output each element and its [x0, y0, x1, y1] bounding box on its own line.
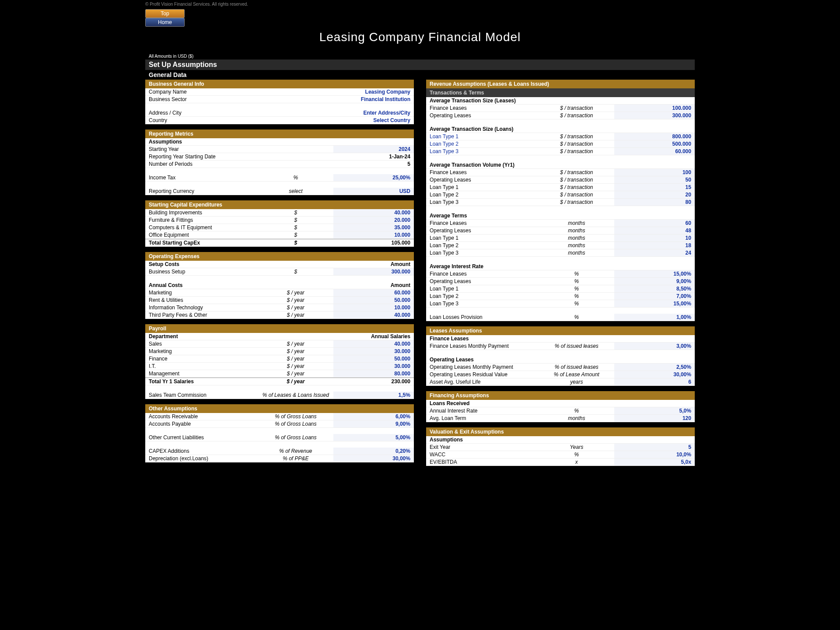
ol-size-input[interactable]: 300.000 — [614, 112, 695, 119]
oe-header: Operating Expenses — [145, 252, 414, 261]
ev-ebitda-input[interactable]: 5,0x — [614, 458, 695, 466]
atv-ol-input[interactable]: 50 — [614, 176, 695, 183]
pr-it-label: I.T. — [145, 363, 258, 370]
rev-header: Revenue Assumptions (Leases & Loans Issu… — [426, 80, 695, 88]
tax-input[interactable]: 25,00% — [333, 174, 414, 181]
flmp-input[interactable]: 3,00% — [614, 343, 695, 350]
llp-input[interactable]: 1,00% — [614, 314, 695, 321]
ol-subheader: Operating Leases — [426, 356, 539, 363]
tp-label: Third Party Fees & Other — [145, 312, 258, 318]
pr-sa-input[interactable]: 40.000 — [333, 340, 414, 347]
air-l3-input[interactable]: 15,00% — [614, 300, 695, 307]
air-l2-input[interactable]: 7,00% — [614, 293, 695, 300]
home-button[interactable]: Home — [145, 18, 185, 27]
air-fl-input[interactable]: 15,00% — [614, 270, 695, 277]
ca-label: CAPEX Additions — [145, 448, 258, 455]
sector-input[interactable]: Financial Institution — [333, 96, 414, 103]
at-l3-input[interactable]: 24 — [614, 249, 695, 256]
address-label: Address / City — [145, 109, 258, 116]
company-input[interactable]: Leasing Company — [333, 88, 414, 95]
aul-input[interactable]: 6 — [614, 378, 695, 385]
exit-year-label: Exit Year — [426, 444, 539, 451]
atv-fl-input[interactable]: 100 — [614, 169, 695, 176]
ev-ebitda-label: EV/EBITDA — [426, 458, 539, 466]
ats-leases-header: Average Transaction Size (Leases) — [426, 97, 539, 104]
at-l2-input[interactable]: 18 — [614, 242, 695, 249]
amount-label: Amount — [333, 261, 414, 268]
reporting-metrics: Reporting Metrics Assumptions Starting Y… — [145, 130, 414, 195]
starting-year-label: Starting Year — [145, 146, 258, 153]
air-l1-input[interactable]: 8,50% — [614, 285, 695, 292]
air-ol-input[interactable]: 9,00% — [614, 278, 695, 285]
lt3-size-input[interactable]: 60.000 — [614, 148, 695, 155]
top-button[interactable]: Top — [145, 9, 185, 18]
air-header: Average Interest Rate — [426, 263, 539, 270]
olmp-input[interactable]: 2,50% — [614, 364, 695, 371]
atv-l2-input[interactable]: 20 — [614, 191, 695, 198]
bs-input[interactable]: 300.000 — [333, 268, 414, 275]
revenue-assumptions: Revenue Assumptions (Leases & Loans Issu… — [426, 80, 695, 321]
sce-r4-input[interactable]: 10.000 — [333, 231, 414, 238]
la-header: Leases Assumptions — [426, 326, 695, 335]
sal-label: Annual Salaries — [333, 333, 414, 340]
pr-mg-input[interactable]: 80.000 — [333, 370, 414, 377]
currency-input[interactable]: USD — [333, 188, 414, 195]
olrv-input[interactable]: 30,00% — [614, 371, 695, 378]
fa-air-input[interactable]: 5,0% — [614, 407, 695, 414]
currency-note: All Amounts in USD ($) — [145, 52, 695, 60]
exit-year-input[interactable]: 5 — [614, 444, 695, 451]
atv-l3-input[interactable]: 80 — [614, 199, 695, 206]
assumptions-label: Assumptions — [145, 138, 258, 145]
tt-header: Transactions & Terms — [426, 88, 695, 97]
mk-label: Marketing — [145, 289, 258, 296]
dept-label: Department — [145, 333, 258, 340]
oa-header: Other Assumptions — [145, 404, 414, 413]
ocl-input[interactable]: 5,00% — [333, 434, 414, 441]
starting-year-input[interactable]: 2024 — [333, 146, 414, 153]
tax-unit: % — [258, 174, 333, 181]
country-label: Country — [145, 117, 258, 124]
ru-input[interactable]: 50.000 — [333, 297, 414, 304]
at-header: Average Terms — [426, 212, 539, 219]
stc-input[interactable]: 1,5% — [333, 392, 414, 399]
tp-input[interactable]: 40.000 — [333, 312, 414, 318]
fa-air-label: Annual Interest Rate — [426, 407, 539, 414]
sce-r1-label: Building Improvements — [145, 209, 258, 216]
ca-input[interactable]: 0,20% — [333, 448, 414, 455]
mk-input[interactable]: 60.000 — [333, 289, 414, 296]
sce-r2-input[interactable]: 20.000 — [333, 217, 414, 224]
pr-fi-input[interactable]: 50.000 — [333, 355, 414, 362]
financing-assumptions: Financing Assumptions Loans Received Ann… — [426, 391, 695, 422]
ol-label: Operating Leases — [426, 112, 539, 119]
pr-ma-label: Marketing — [145, 348, 258, 355]
ap-input[interactable]: 9,00% — [333, 420, 414, 427]
at-l1-input[interactable]: 10 — [614, 234, 695, 242]
lt3-label[interactable]: Loan Type 3 — [426, 148, 539, 155]
atv-header: Average Transaction Volume (Yr1) — [426, 161, 539, 168]
de-label: Depreciation (excl.Loans) — [145, 455, 258, 462]
at-ol-input[interactable]: 48 — [614, 227, 695, 234]
sce-r3-input[interactable]: 35.000 — [333, 224, 414, 231]
loans-received-label: Loans Received — [426, 400, 539, 407]
periods-value: 5 — [333, 161, 414, 168]
fl-size-input[interactable]: 100.000 — [614, 105, 695, 112]
country-input[interactable]: Select Country — [333, 117, 414, 124]
at-fl-input[interactable]: 60 — [614, 220, 695, 227]
lt2-label[interactable]: Loan Type 2 — [426, 140, 539, 147]
it-input[interactable]: 10.000 — [333, 304, 414, 311]
lt1-label[interactable]: Loan Type 1 — [426, 133, 539, 140]
sce-r1-input[interactable]: 40.000 — [333, 209, 414, 216]
fa-alt-input[interactable]: 120 — [614, 415, 695, 422]
wacc-label: WACC — [426, 451, 539, 458]
wacc-input[interactable]: 10,0% — [614, 451, 695, 458]
lt2-size-input[interactable]: 500.000 — [614, 140, 695, 147]
lt1-size-input[interactable]: 800.000 — [614, 133, 695, 140]
address-input[interactable]: Enter Address/City — [333, 109, 414, 116]
sce-r3-label: Computers & IT Equipment — [145, 224, 258, 231]
fl-label: Finance Leases — [426, 105, 539, 112]
pr-ma-input[interactable]: 30.000 — [333, 348, 414, 355]
pr-it-input[interactable]: 30.000 — [333, 363, 414, 370]
de-input[interactable]: 30,00% — [333, 455, 414, 462]
ar-input[interactable]: 6,00% — [333, 413, 414, 420]
atv-l1-input[interactable]: 15 — [614, 184, 695, 191]
